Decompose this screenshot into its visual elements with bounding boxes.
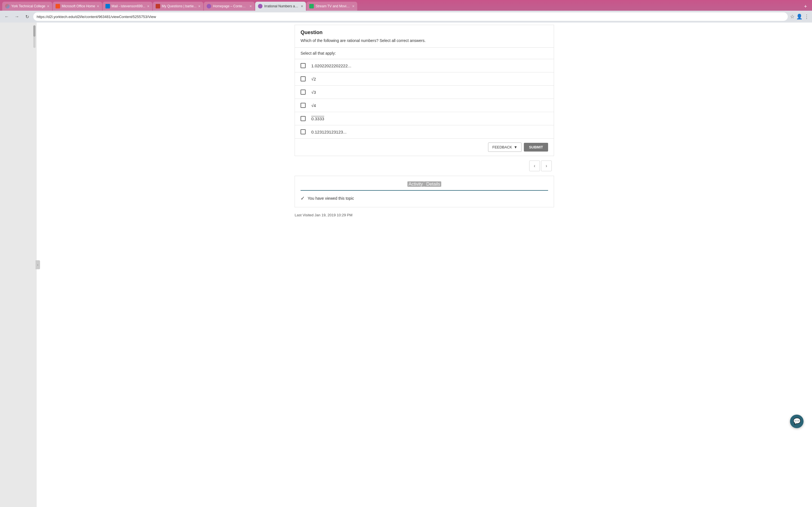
answer-option-opt1[interactable]: 1.02022022202222... — [295, 59, 554, 72]
tab-mail[interactable]: Mail - istevenson699...× — [103, 2, 152, 11]
answer-text-opt1: 1.02022022202222... — [311, 63, 351, 68]
navigation-arrows: ‹ › — [295, 158, 554, 173]
sidebar-toggle[interactable]: › — [36, 260, 40, 269]
main-content: Question Which of the following are rati… — [37, 22, 812, 507]
answer-option-opt3[interactable]: √3 — [295, 86, 554, 99]
checkbox-opt3[interactable] — [301, 90, 306, 95]
new-tab-button[interactable]: + — [801, 2, 810, 11]
viewed-item: ✓ You have viewed this topic — [301, 195, 548, 202]
tab-irrational[interactable]: Irrational Numbers an...× — [255, 2, 306, 11]
tab-my-questions[interactable]: My Questions | bartie...× — [153, 2, 203, 11]
action-bar: FEEDBACK ▼ SUBMIT — [295, 138, 554, 156]
tab-label-homepage: Homepage – Contemp... — [213, 4, 248, 8]
sidebar: › — [0, 22, 37, 507]
scrollbar-track[interactable] — [33, 25, 36, 48]
question-title: Question — [301, 30, 548, 36]
feedback-button[interactable]: FEEDBACK ▼ — [488, 143, 522, 152]
favicon-irrational — [258, 4, 262, 8]
tab-close-ms-office[interactable]: × — [97, 4, 99, 8]
checkbox-opt5[interactable] — [301, 116, 306, 121]
feedback-label: FEEDBACK — [492, 145, 512, 149]
favicon-mail — [105, 4, 110, 8]
question-header: Question Which of the following are rati… — [295, 25, 554, 48]
answer-text-opt5: 0.3333 — [311, 116, 324, 121]
activity-title-rest: Details — [424, 181, 441, 187]
browser-chrome: York Technical College×Microsoft Office … — [0, 0, 812, 22]
tab-close-mail[interactable]: × — [147, 4, 149, 8]
feedback-dropdown-icon: ▼ — [514, 145, 517, 149]
tab-close-my-questions[interactable]: × — [198, 4, 200, 8]
favicon-homepage — [207, 4, 211, 8]
account-icon[interactable]: 👤 — [796, 13, 802, 20]
answer-text-opt2: √2 — [311, 76, 316, 81]
chat-button[interactable]: 💬 — [790, 414, 804, 428]
chat-icon: 💬 — [793, 418, 801, 425]
tab-label-mail: Mail - istevenson699... — [112, 4, 146, 8]
url-bar[interactable] — [33, 12, 788, 21]
answer-option-opt5[interactable]: 0.3333 — [295, 112, 554, 125]
activity-details: Activity Details ✓ You have viewed this … — [295, 176, 554, 207]
prev-icon: ‹ — [534, 163, 535, 168]
back-button[interactable]: ← — [3, 13, 11, 20]
submit-button[interactable]: SUBMIT — [524, 143, 548, 152]
tab-label-my-questions: My Questions | bartie... — [162, 4, 197, 8]
tab-close-irrational[interactable]: × — [301, 4, 303, 8]
select-all-label: Select all that apply: — [295, 48, 554, 59]
answer-text-opt4: √4 — [311, 103, 316, 108]
tab-stream[interactable]: Stream TV and Movies...× — [306, 2, 357, 11]
next-button[interactable]: › — [541, 161, 552, 171]
tab-bar: York Technical College×Microsoft Office … — [0, 0, 812, 11]
activity-header: Activity Details — [301, 182, 548, 191]
viewed-text: You have viewed this topic — [308, 196, 354, 201]
checkbox-opt6[interactable] — [301, 129, 306, 134]
options-container: 1.02022022202222...√2√3√40.33330.1231231… — [295, 59, 554, 138]
activity-title-highlight: Activity — [407, 181, 424, 187]
checkbox-opt2[interactable] — [301, 76, 306, 81]
tab-ms-office[interactable]: Microsoft Office Home× — [53, 2, 102, 11]
answer-option-opt4[interactable]: √4 — [295, 99, 554, 112]
question-text: Which of the following are rational numb… — [301, 38, 548, 43]
address-bar: ← → ↻ ☆ 👤 ⋮ — [0, 11, 812, 22]
tab-close-stream[interactable]: × — [352, 4, 354, 8]
answer-option-opt6[interactable]: 0.123123123123... — [295, 125, 554, 138]
next-icon: › — [546, 163, 547, 168]
tab-close-homepage[interactable]: × — [250, 4, 252, 8]
answer-text-opt3: √3 — [311, 90, 316, 95]
tab-label-ms-office: Microsoft Office Home — [62, 4, 95, 8]
last-visited: Last Visited Jan 19, 2019 10:29 PM — [295, 210, 554, 221]
checkmark-icon: ✓ — [301, 195, 305, 202]
scrollbar-thumb[interactable] — [33, 25, 36, 37]
tab-label-york: York Technical College — [11, 4, 45, 8]
page-content: › Question Which of the following are ra… — [0, 22, 812, 507]
favicon-stream — [309, 4, 314, 8]
tab-label-stream: Stream TV and Movies... — [315, 4, 350, 8]
answer-text-opt6: 0.123123123123... — [311, 129, 347, 134]
question-card: Question Which of the following are rati… — [295, 25, 554, 156]
tab-york[interactable]: York Technical College× — [2, 2, 52, 11]
tab-label-irrational: Irrational Numbers an... — [264, 4, 299, 8]
answer-option-opt2[interactable]: √2 — [295, 72, 554, 86]
favicon-my-questions — [156, 4, 160, 8]
bookmark-icon[interactable]: ☆ — [790, 13, 795, 20]
tab-homepage[interactable]: Homepage – Contemp...× — [204, 2, 255, 11]
checkbox-opt1[interactable] — [301, 63, 306, 68]
reload-button[interactable]: ↻ — [23, 13, 31, 20]
checkbox-opt4[interactable] — [301, 103, 306, 108]
favicon-york — [5, 4, 10, 8]
address-right-icons: ☆ 👤 ⋮ — [790, 13, 809, 20]
favicon-ms-office — [56, 4, 60, 8]
menu-icon[interactable]: ⋮ — [804, 13, 809, 20]
tab-close-york[interactable]: × — [47, 4, 49, 8]
prev-button[interactable]: ‹ — [529, 161, 540, 171]
forward-button[interactable]: → — [13, 13, 21, 20]
